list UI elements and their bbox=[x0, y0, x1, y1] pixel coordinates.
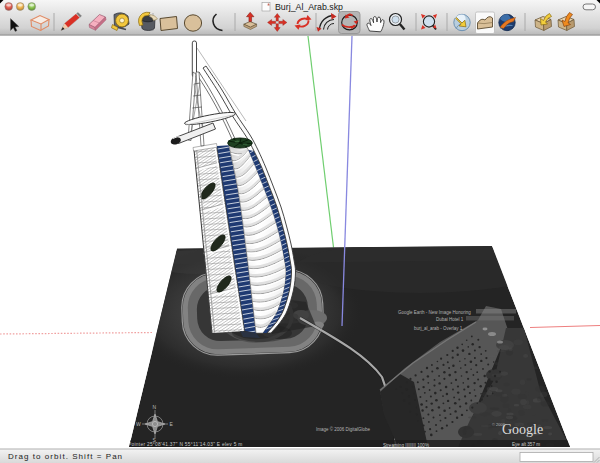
svg-text:Pointer 25°08'41.37" N 55°: Pointer 25°08'41.37" N 55°11'14.03" E el… bbox=[128, 442, 243, 447]
svg-text:burj_al_arab - Overlay 1: burj_al_arab - Overlay 1 bbox=[414, 326, 463, 331]
svg-text:Image © 2006 DigitalGlobe: Image © 2006 DigitalGlobe bbox=[316, 426, 371, 432]
svg-text:W: W bbox=[136, 421, 141, 427]
svg-text:Google: Google bbox=[502, 422, 543, 437]
svg-text:Drag to orbit. Shift = Pan: Drag to orbit. Shift = Pan bbox=[8, 452, 123, 461]
svg-text:Eye alt 357 m: Eye alt 357 m bbox=[512, 442, 540, 447]
svg-text:Burj_Al_Arab.skp: Burj_Al_Arab.skp bbox=[275, 2, 343, 12]
svg-text:Dubai Hotel 1: Dubai Hotel 1 bbox=[436, 317, 464, 322]
svg-text:Google Earth - New Image Hon: Google Earth - New Image Honoring bbox=[398, 310, 471, 315]
svg-text:© 2006: © 2006 bbox=[492, 422, 506, 427]
svg-text:N: N bbox=[153, 404, 157, 410]
